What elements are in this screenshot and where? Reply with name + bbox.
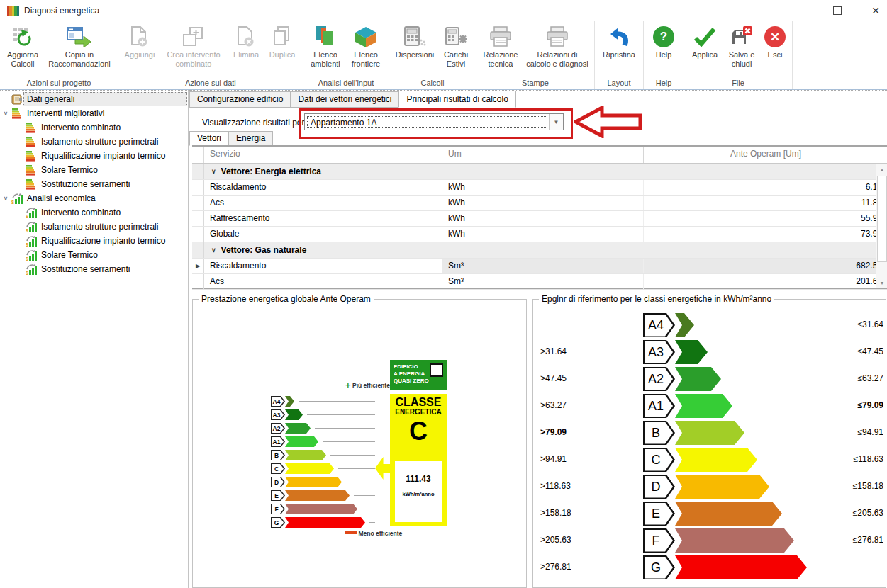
relazioni-calcolo-button[interactable]: Relazioni di calcolo e diagnosi <box>523 23 592 69</box>
tree-item-solare-termico[interactable]: $Solare Termico <box>0 248 188 262</box>
scrollbar-thumb[interactable] <box>877 176 887 262</box>
mini-class-row-d: D <box>271 477 377 490</box>
panel-title: Epglnr di riferimento per le classi ener… <box>539 294 774 304</box>
table-row[interactable]: RaffrescamentokWh55.99 <box>192 211 887 227</box>
upper-threshold: ≤47.45 <box>857 346 883 356</box>
cell-um: kWh <box>442 211 644 226</box>
class-bar <box>675 367 721 391</box>
class-letter-tag: A4 <box>271 396 285 407</box>
esci-button[interactable]: ✕ Esci <box>760 23 790 60</box>
calculator-icon <box>402 23 428 50</box>
subtab-vettori[interactable]: Vettori <box>189 131 229 146</box>
minus-icon <box>345 531 357 534</box>
class-letter-tag: D <box>271 477 285 487</box>
mini-class-row-c: C <box>271 463 377 477</box>
tree-item-intervento-combinato[interactable]: Intervento combinato <box>0 120 188 135</box>
tree-item-riqualificazione-impianto-termico[interactable]: $Riqualificazione impianto termico <box>0 234 188 248</box>
group-label: Calcoli <box>391 78 474 89</box>
nzeb-checkbox[interactable] <box>430 363 443 377</box>
elenco-ambienti-button[interactable]: Elenco ambienti <box>306 23 345 69</box>
vertical-scrollbar[interactable]: ▲ ▼ <box>876 164 887 288</box>
tree-item-label: Isolamento strutture perimetrali <box>41 137 158 147</box>
table-row[interactable]: GlobalekWh73.97 <box>192 227 887 242</box>
tree-item-isolamento-strutture-perimetrali[interactable]: $Isolamento strutture perimetrali <box>0 220 188 234</box>
chevron-down-icon[interactable]: ∨ <box>0 195 11 202</box>
tree-item-isolamento-strutture-perimetrali[interactable]: Isolamento strutture perimetrali <box>0 135 188 149</box>
energy-label-icon <box>26 179 37 190</box>
tab-dati-dei-vettori-energetici[interactable]: Dati dei vettori energetici <box>290 91 399 108</box>
group-row-vettore-energia-elettrica[interactable]: ∨Vettore: Energia elettrica <box>192 164 887 180</box>
table-row[interactable]: AcsSm³201.62 <box>192 274 887 290</box>
group-label: Azioni sul progetto <box>2 78 116 89</box>
tree-item-analisi-economica[interactable]: ∨$Analisi economica <box>0 191 188 205</box>
aggiungi-button[interactable]: Aggiungi <box>121 23 159 60</box>
aggiorna-calcoli-button[interactable]: Aggiorna Calcoli <box>2 23 43 69</box>
lower-threshold: >79.09 <box>540 427 567 437</box>
scroll-up-button[interactable]: ▲ <box>876 164 887 175</box>
tree-item-intervento-combinato[interactable]: $Intervento combinato <box>0 205 188 220</box>
copia-raccomandazioni-button[interactable]: Copia in Raccomandazioni <box>43 23 116 69</box>
table-row[interactable]: ▶RiscaldamentoSm³682.54 <box>192 259 887 274</box>
column-header-servizio[interactable]: Servizio <box>204 147 442 163</box>
class-thresholds-panel: Epglnr di riferimento per le classi ener… <box>532 299 886 588</box>
tree-item-riqualificazione-impianto-termico[interactable]: Riqualificazione impianto termico <box>0 149 188 163</box>
class-pointer-arrow <box>375 457 390 480</box>
button-label: Ripristina <box>603 50 635 60</box>
class-bar <box>285 490 350 501</box>
applica-button[interactable]: Applica <box>686 23 723 60</box>
class-bar <box>675 421 744 445</box>
tree-item-dati-generali[interactable]: Dati generali <box>0 92 188 106</box>
ripristina-button[interactable]: Ripristina <box>597 23 641 60</box>
upper-threshold: ≤158.18 <box>853 481 883 491</box>
duplica-button[interactable]: Duplica <box>264 23 301 60</box>
cell-um: kWh <box>442 180 644 195</box>
tree-item-sostituzione-serramenti[interactable]: Sostituzione serramenti <box>0 177 188 191</box>
lower-threshold: >276.81 <box>540 562 571 572</box>
column-header-um[interactable]: Um <box>442 147 644 163</box>
button-label: Help <box>656 50 672 60</box>
tree-item-solare-termico[interactable]: Solare Termico <box>0 163 188 177</box>
table-row[interactable]: RiscaldamentokWh6.13 <box>192 180 887 196</box>
relazione-tecnica-button[interactable]: Relazione tecnica <box>479 23 523 69</box>
mini-class-row-e: E <box>271 490 377 504</box>
chevron-down-icon[interactable]: ∨ <box>211 168 216 175</box>
scroll-down-button[interactable]: ▼ <box>876 277 887 288</box>
results-selector-combobox[interactable]: Appartamento 1A ▼ <box>304 113 564 130</box>
energy-value: 111.43 <box>395 474 442 484</box>
reference-line <box>338 468 375 469</box>
tab-configurazione-edificio[interactable]: Configurazione edificio <box>189 91 291 108</box>
class-letter-tag: A2 <box>643 367 675 391</box>
help-button[interactable]: ? Help <box>646 23 681 60</box>
group-row-vettore-gas-naturale[interactable]: ∨Vettore: Gas naturale <box>192 242 887 259</box>
column-header-ante-operam[interactable]: Ante Operam [Um] <box>644 147 887 163</box>
tree-item-interventi-migliorativi[interactable]: ∨Interventi migliorativi <box>0 106 188 120</box>
cell-servizio: Globale <box>204 227 442 242</box>
salva-chiudi-button[interactable]: Salva e chiudi <box>723 23 760 69</box>
row-indicator: ▶ <box>192 259 204 273</box>
tree-item-label: Riqualificazione impianto termico <box>41 236 165 246</box>
elimina-button[interactable]: Elimina <box>228 23 264 60</box>
tab-principali-risultati-di-calcolo[interactable]: Principali risultati di calcolo <box>398 91 515 108</box>
elenco-frontiere-button[interactable]: Elenco frontiere <box>345 23 386 69</box>
button-label: Relazione tecnica <box>481 50 520 69</box>
crea-intervento-button[interactable]: Crea intervento combinato <box>159 23 228 69</box>
energy-label-icon <box>26 151 37 162</box>
class-letter-tag: A3 <box>271 409 285 420</box>
tree-item-sostituzione-serramenti[interactable]: $Sostituzione serramenti <box>0 262 188 276</box>
reference-line <box>330 455 375 456</box>
table-row[interactable]: AcskWh11.85 <box>192 196 887 211</box>
maximize-button[interactable] <box>828 3 847 18</box>
class-letter-tag: D <box>643 475 675 499</box>
subtab-energia[interactable]: Energia <box>228 131 273 146</box>
chevron-down-icon[interactable]: ∨ <box>211 247 216 254</box>
combobox-dropdown-button[interactable]: ▼ <box>549 114 563 130</box>
carichi-estivi-button[interactable]: Carichi Estivi <box>438 23 474 69</box>
class-bar <box>675 448 757 472</box>
dispersioni-button[interactable]: Dispersioni <box>391 23 438 60</box>
create-combined-icon <box>182 23 206 50</box>
economic-analysis-icon: $ <box>11 193 23 204</box>
chevron-down-icon[interactable]: ∨ <box>0 110 11 117</box>
cell-um: Sm³ <box>442 274 644 289</box>
lower-threshold: >205.63 <box>540 535 571 545</box>
close-button[interactable]: ✕ <box>866 3 885 18</box>
